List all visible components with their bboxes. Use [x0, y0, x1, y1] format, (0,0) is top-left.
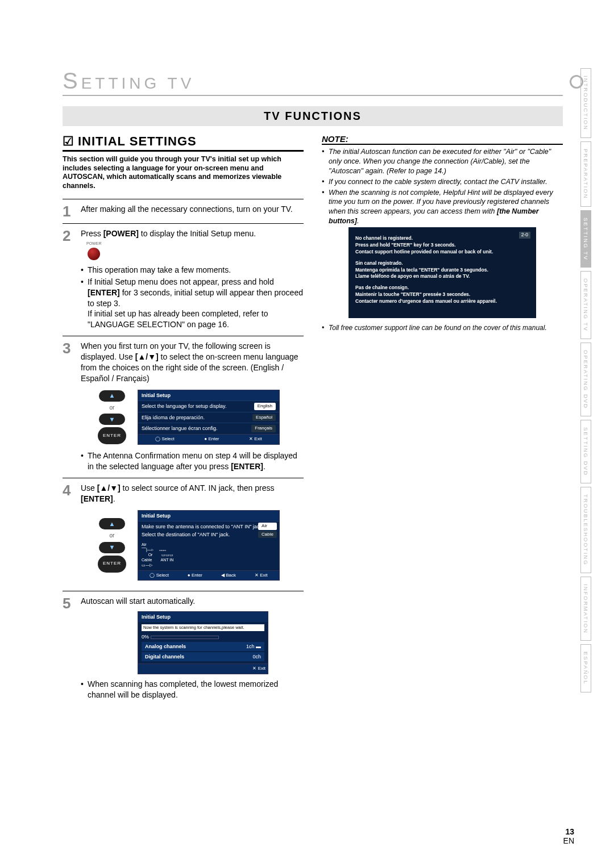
- step-body: Use [▲/▼] to select source of ANT. IN ja…: [81, 483, 304, 586]
- hint-line: Sin canal registrado.: [355, 260, 529, 267]
- step-number: 2: [63, 228, 75, 332]
- osd-foot-exit: ✕ Exit: [249, 436, 262, 443]
- down-arrow-icon: ▼: [99, 414, 125, 425]
- osd-option: English: [254, 403, 276, 410]
- toll-free-note: Toll free customer support line can be f…: [322, 324, 563, 332]
- step-body: When you first turn on your TV, the foll…: [81, 341, 304, 473]
- bullet: This operation may take a few moments.: [81, 265, 304, 276]
- bullet: When scanning has completed, the lowest …: [81, 679, 304, 700]
- osd-scan-label: Digital channels: [145, 653, 184, 660]
- hint-line: Contacter numero d'urgence dans manuel o…: [355, 298, 529, 305]
- osd-antenna-menu: Initial Setup Make sure the antenna is c…: [138, 510, 280, 581]
- remote-arrows: ▲ or ▼ ENTER: [98, 518, 126, 573]
- bullet-text: .: [263, 462, 265, 471]
- arrow-keys: [▲/▼]: [97, 483, 121, 493]
- arrow-keys: [▲/▼]: [135, 352, 159, 361]
- osd-scanning-menu: Initial Setup Now the system is scanning…: [138, 611, 268, 674]
- osd-foot-back: ◀ Back: [221, 573, 236, 579]
- remote-and-osd: ▲ or ▼ ENTER Initial Setup Select the la…: [98, 390, 304, 445]
- osd-foot-exit: ✕ Exit: [252, 666, 265, 672]
- tab-operating-tv[interactable]: OPERATING TV: [580, 271, 591, 339]
- step-number: 1: [63, 204, 75, 219]
- step-number: 4: [63, 483, 75, 586]
- remote-arrows: ▲ or ▼ ENTER: [98, 390, 126, 445]
- bullet: If Initial Setup menu does not appear, p…: [81, 277, 304, 330]
- side-tabs: INTRODUCTION PREPARATION SETTING TV OPER…: [580, 68, 591, 692]
- osd-option: Cable: [258, 531, 277, 539]
- chapter-initial: S: [63, 68, 81, 93]
- enter-button-icon: ENTER: [98, 427, 126, 444]
- tab-espanol[interactable]: ESPAÑOL: [580, 644, 591, 692]
- step-text: to select source of ANT. IN jack, then p…: [121, 483, 275, 493]
- step-body: Autoscan will start automatically. Initi…: [81, 596, 304, 701]
- step-1: 1 After making all the necessary connect…: [63, 199, 304, 219]
- hint-line: No channel is registered.: [355, 235, 529, 242]
- step-text: Autoscan will start automatically.: [81, 596, 195, 606]
- osd-language-menu: Initial Setup Select the language for se…: [138, 390, 280, 445]
- hint-line: Mantenga oprimida la tecla "ENTER" duran…: [355, 267, 529, 274]
- step-5: 5 Autoscan will start automatically. Ini…: [63, 591, 304, 701]
- bullet-text: If Initial Setup menu does not appear, p…: [88, 277, 274, 286]
- hint-line: Press and hold "ENTER" key for 3 seconds…: [355, 242, 529, 249]
- section-title-text: INITIAL SETTINGS: [78, 134, 197, 148]
- step-body: Press [POWER] to display the Initial Set…: [81, 228, 304, 332]
- note-heading: NOTE:: [322, 134, 563, 145]
- tab-operating-dvd[interactable]: OPERATING DVD: [580, 343, 591, 416]
- note-item: If you connect to the cable system direc…: [322, 177, 563, 187]
- bullet-text: for 3 seconds, initial setup will appear…: [88, 288, 303, 308]
- chapter-rest: ETTING TV: [81, 74, 195, 92]
- tab-preparation[interactable]: PREPARATION: [580, 141, 591, 207]
- osd-diagram: Air ⎺⎺|—▷ ▭▭▭ Or ▭▭▭ Cable ANT IN ▭—▷: [138, 540, 279, 570]
- tab-troubleshooting[interactable]: TROUBLESHOOTING: [580, 487, 591, 573]
- chapter-heading: SETTING TV: [63, 68, 563, 96]
- osd-foot-exit: ✕ Exit: [255, 573, 268, 579]
- page-lang: EN: [563, 836, 574, 845]
- osd-scan-value: 1ch: [246, 644, 255, 649]
- hint-line: Llame teléfono de apoyo en manual o atrá…: [355, 273, 529, 280]
- osd-foot-enter: ● Enter: [204, 436, 219, 443]
- down-arrow-icon: ▼: [99, 542, 125, 553]
- osd-row-label: Sélectionner langue écran config.: [142, 425, 218, 432]
- tab-setting-dvd[interactable]: SETTING DVD: [580, 420, 591, 483]
- step-text: Use: [81, 483, 97, 493]
- page-number: 13: [563, 827, 574, 836]
- bullet-text: The Antenna Confirmation menu on step 4 …: [88, 451, 297, 471]
- section-intro: This section will guide you through your…: [63, 155, 304, 191]
- tab-introduction[interactable]: INTRODUCTION: [580, 68, 591, 138]
- osd-scan-msg: Now the system is scanning for channels,…: [142, 624, 264, 631]
- osd-option: Español: [252, 414, 276, 422]
- check-icon: ☑: [63, 134, 74, 148]
- step-4: 4 Use [▲/▼] to select source of ANT. IN …: [63, 478, 304, 586]
- tab-information[interactable]: INFORMATION: [580, 577, 591, 641]
- up-arrow-icon: ▲: [99, 390, 125, 402]
- osd-option: Français: [251, 425, 276, 432]
- osd-scan-pct: 0%: [142, 634, 149, 640]
- page-number-block: 13 EN: [563, 827, 574, 845]
- functions-title: TV FUNCTIONS: [63, 106, 563, 126]
- note-item: When the scanning is not complete, Helpf…: [322, 188, 563, 227]
- osd-header: Initial Setup: [138, 390, 279, 400]
- osd-helpful-hint: 2-0 No channel is registered. Press and …: [349, 227, 536, 318]
- step-number: 5: [63, 596, 75, 701]
- hint-line: Contact support hotline provided on manu…: [355, 249, 529, 256]
- tab-setting-tv[interactable]: SETTING TV: [580, 210, 591, 268]
- hint-line: Maintenir la touche "ENTER" pressée 3 se…: [355, 291, 529, 298]
- remote-and-osd: ▲ or ▼ ENTER Initial Setup Make sure the…: [98, 510, 304, 581]
- osd-text: Make sure the antenna is connected to "A…: [142, 523, 263, 530]
- osd-foot-select: ◯ Select: [155, 436, 174, 443]
- or-label: or: [110, 532, 115, 540]
- osd-row-label: Select the language for setup display.: [142, 403, 226, 410]
- osd-scan-label: Analog channels: [145, 643, 186, 650]
- osd-scan-value: 0ch: [252, 654, 261, 660]
- note-item: The initial Autoscan function can be exe…: [322, 147, 563, 176]
- enter-key: [ENTER]: [231, 462, 263, 471]
- power-key: [POWER]: [103, 229, 139, 238]
- step-text: to display the Initial Setup menu.: [139, 229, 256, 238]
- power-button-icon: [88, 248, 100, 260]
- osd-corner-badge: 2-0: [519, 232, 530, 239]
- osd-text: Select the destination of "ANT IN" jack.: [142, 531, 230, 538]
- step-body: After making all the necessary connectio…: [81, 204, 304, 219]
- up-arrow-icon: ▲: [99, 518, 125, 529]
- enter-key: [ENTER]: [88, 288, 120, 297]
- step-number: 3: [63, 341, 75, 473]
